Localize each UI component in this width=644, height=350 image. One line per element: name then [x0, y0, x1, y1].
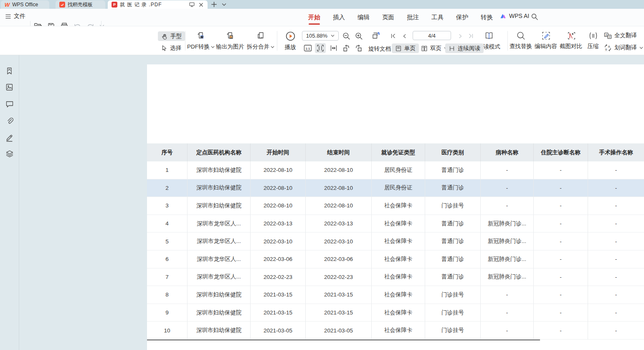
- present-monitor-icon[interactable]: [189, 2, 195, 8]
- table-row[interactable]: 10深圳市妇幼保健院2021-03-052021-03-05社会保障卡门诊挂号-…: [147, 322, 644, 340]
- bookmark-icon[interactable]: [5, 67, 13, 75]
- tab-insert[interactable]: 插入: [333, 13, 345, 21]
- table-cell: 7: [147, 268, 188, 286]
- svg-text:文: 文: [605, 48, 608, 51]
- table-cell: 2022-08-10: [306, 197, 372, 215]
- table-cell: 深圳市妇幼保健院: [188, 179, 251, 197]
- table-cell: -: [588, 197, 644, 215]
- table-cell: 2: [147, 179, 188, 197]
- table-cell: 6: [147, 250, 188, 268]
- fit-width-button[interactable]: [328, 43, 339, 53]
- table-cell: 深圳市妇幼保健院: [188, 161, 251, 179]
- comment-icon[interactable]: [5, 100, 14, 108]
- previous-page-button[interactable]: [400, 32, 409, 40]
- table-cell: -: [588, 232, 644, 250]
- select-tool-button[interactable]: 选择: [158, 43, 185, 53]
- page-number-input[interactable]: 4/4: [413, 31, 451, 40]
- tab-list-chevron[interactable]: [219, 0, 228, 9]
- pdf-page[interactable]: 序号定点医药机构名称开始时间结束时间就诊凭证类型医疗类别病种名称住院主诊断名称手…: [147, 64, 644, 350]
- pdf-convert-button[interactable]: W PDF转换: [185, 31, 217, 51]
- file-menu-button[interactable]: 文件: [5, 13, 25, 20]
- table-cell: 普通门诊: [425, 250, 481, 268]
- attachment-icon[interactable]: [5, 117, 14, 125]
- left-panel-rail: [0, 55, 19, 350]
- close-tab-icon[interactable]: [198, 2, 204, 8]
- table-row[interactable]: 9深圳市妇幼保健院2021-03-152021-03-15社会保障卡门诊挂号--…: [147, 304, 644, 322]
- export-image-button[interactable]: 输出为图片: [214, 31, 246, 51]
- split-merge-button[interactable]: 拆分合并: [244, 31, 277, 51]
- table-cell: 深圳市龙华区人...: [188, 215, 251, 233]
- menu-search-icon[interactable]: [531, 13, 538, 20]
- rotate-right-button[interactable]: [353, 43, 364, 53]
- single-page-button[interactable]: 单页: [392, 43, 419, 53]
- rotate-doc-label[interactable]: 旋转文档: [368, 45, 391, 53]
- svg-text:A: A: [608, 45, 611, 49]
- table-cell: 新冠肺炎门诊...: [481, 215, 534, 233]
- edit-content-label: 编辑内容: [535, 43, 557, 50]
- column-header: 开始时间: [251, 143, 306, 161]
- table-cell: -: [534, 250, 588, 268]
- tab-wps-office[interactable]: W WPS Office: [1, 0, 49, 9]
- table-row[interactable]: 7深圳市龙华区人...2022-02-232022-02-23社会保障卡普通门诊…: [147, 268, 644, 286]
- table-row[interactable]: 3深圳市妇幼保健院2022-08-102022-08-10社会保障卡门诊挂号--…: [147, 197, 644, 215]
- split-merge-icon: [256, 31, 266, 41]
- table-cell: 8: [147, 286, 188, 304]
- table-cell: 普通门诊: [425, 179, 481, 197]
- svg-text:W: W: [201, 36, 203, 38]
- continuous-read-label: 连续阅读: [458, 45, 480, 52]
- zoom-out-button[interactable]: [341, 31, 352, 41]
- table-cell: 1: [147, 161, 188, 179]
- cursor-icon: [161, 45, 167, 51]
- tab-convert[interactable]: 转换: [481, 13, 493, 21]
- table-cell: 门诊挂号: [425, 322, 481, 340]
- tab-annotate[interactable]: 批注: [407, 13, 419, 21]
- tab-label: 就 医 记 录 .PDF: [120, 1, 162, 8]
- table-cell: 居民身份证: [372, 179, 425, 197]
- table-cell: 社会保障卡: [372, 250, 425, 268]
- table-cell: -: [588, 161, 644, 179]
- table-row[interactable]: 4深圳市龙华区人...2022-03-132022-03-13社会保障卡普通门诊…: [147, 215, 644, 233]
- actual-size-button[interactable]: 1:1: [302, 43, 313, 53]
- continuous-read-button[interactable]: 连续阅读: [445, 43, 484, 53]
- table-cell: 2022-08-10: [251, 197, 306, 215]
- full-translate-button[interactable]: A 字 全文翻译: [604, 32, 637, 39]
- wps-ai-button[interactable]: WPS AI: [499, 13, 529, 19]
- table-cell: 新冠肺炎门诊...: [481, 268, 534, 286]
- signature-icon[interactable]: [5, 133, 14, 142]
- zoom-in-button[interactable]: [353, 31, 364, 41]
- select-tool-label: 选择: [170, 44, 181, 52]
- tab-page[interactable]: 页面: [382, 13, 394, 21]
- table-cell: 居民身份证: [372, 161, 425, 179]
- tab-edit[interactable]: 编辑: [357, 13, 370, 21]
- word-translate-button[interactable]: A 文 划词翻译: [604, 44, 643, 51]
- table-row[interactable]: 6深圳市龙华区人...2022-03-062022-03-06社会保障卡普通门诊…: [147, 250, 644, 268]
- layers-icon[interactable]: [5, 150, 14, 158]
- table-row[interactable]: 5深圳市龙华区人...2022-03-102022-03-10社会保障卡普通门诊…: [147, 232, 644, 250]
- full-translate-label: 全文翻译: [614, 32, 637, 39]
- hand-tool-button[interactable]: 手型: [158, 31, 185, 41]
- tab-document-pdf[interactable]: P 就 医 记 录 .PDF: [108, 0, 208, 9]
- next-page-button[interactable]: [456, 32, 465, 40]
- new-tab-button[interactable]: [209, 0, 218, 9]
- table-cell: 社会保障卡: [372, 304, 425, 322]
- full-translate-icon: A 字: [604, 32, 612, 39]
- first-page-button[interactable]: [388, 32, 398, 40]
- table-row[interactable]: 1深圳市妇幼保健院2022-08-102022-08-10居民身份证普通门诊--…: [147, 161, 644, 179]
- tab-docer-templates[interactable]: 找稻壳模板: [56, 0, 105, 9]
- table-cell: 社会保障卡: [372, 197, 425, 215]
- table-cell: 门诊挂号: [425, 304, 481, 322]
- fit-page-button[interactable]: [315, 43, 326, 53]
- table-row[interactable]: 8深圳市妇幼保健院2021-03-152021-03-15社会保障卡门诊挂号--…: [147, 286, 644, 304]
- table-cell: -: [481, 161, 534, 179]
- table-cell: 新冠肺炎门诊...: [481, 250, 534, 268]
- table-row[interactable]: 2深圳市妇幼保健院2022-08-102022-08-10居民身份证普通门诊--…: [147, 179, 644, 197]
- replace-pages-button[interactable]: [370, 30, 383, 42]
- tab-protect[interactable]: 保护: [456, 13, 468, 21]
- zoom-level-select[interactable]: 105.88%: [302, 31, 339, 41]
- tab-home[interactable]: 开始: [308, 13, 320, 21]
- tab-tools[interactable]: 工具: [431, 13, 444, 21]
- table-cell: 2022-03-13: [251, 215, 306, 233]
- rotate-left-button[interactable]: [341, 43, 352, 53]
- column-header: 序号: [147, 143, 188, 161]
- thumbnails-icon[interactable]: [5, 83, 13, 91]
